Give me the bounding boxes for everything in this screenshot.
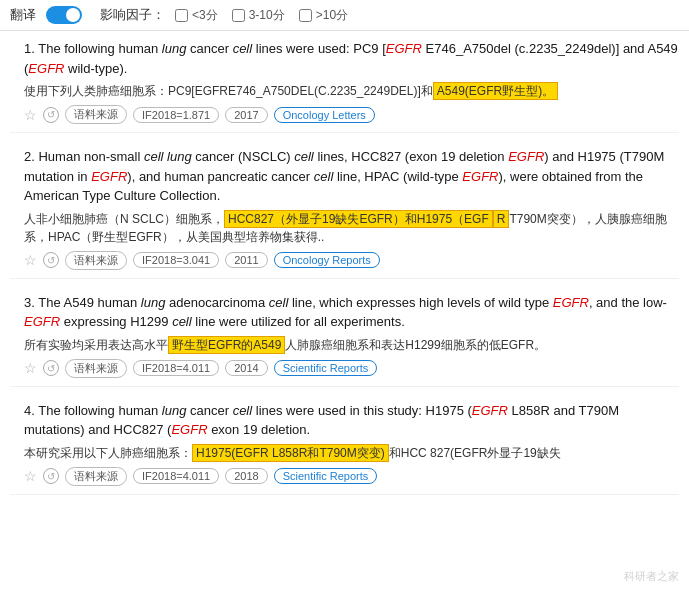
if-badge-2[interactable]: IF2018=3.041 (133, 252, 219, 268)
result-item-1: 1. The following human lung cancer cell … (10, 39, 679, 133)
impact-factor-label: 影响因子： (100, 6, 165, 24)
result-item-3: 3. The A549 human lung adenocarcinoma ce… (10, 293, 679, 387)
egfr-gene-3b: EGFR (24, 314, 60, 329)
result-3-en: 3. The A549 human lung adenocarcinoma ce… (10, 293, 679, 332)
checkbox-3-10-input[interactable] (232, 9, 245, 22)
checkbox-gt-10-input[interactable] (299, 9, 312, 22)
if-badge-4[interactable]: IF2018=4.011 (133, 468, 219, 484)
results-list: 1. The following human lung cancer cell … (0, 31, 689, 519)
checkbox-less-3-input[interactable] (175, 9, 188, 22)
source-badge-1[interactable]: 语料来源 (65, 105, 127, 124)
result-4-number: 4. (24, 403, 38, 418)
result-item-4: 4. The following human lung cancer cell … (10, 401, 679, 495)
result-4-en: 4. The following human lung cancer cell … (10, 401, 679, 440)
translate-toggle[interactable] (46, 6, 82, 24)
cell-italic-3b: cell (172, 314, 192, 329)
result-2-cn: 人非小细胞肺癌（N SCLC）细胞系，HCC827（外显子19缺失EGFR）和H… (10, 210, 679, 246)
cell-italic-3: cell (269, 295, 289, 310)
lung-italic-1: lung (162, 41, 187, 56)
cell-italic-4: cell (233, 403, 253, 418)
checkbox-3-10-label: 3-10分 (249, 7, 285, 24)
cell-lung-italic-2: cell lung (144, 149, 192, 164)
cell-italic-2b: cell (314, 169, 334, 184)
checkbox-gt-10-label: >10分 (316, 7, 348, 24)
result-1-cn-before: 使用下列人类肺癌细胞系：PC9[EGFRE746_A750DEL(C.2235_… (24, 84, 433, 98)
journal-badge-4[interactable]: Scientific Reports (274, 468, 378, 484)
star-icon-1[interactable]: ☆ (24, 107, 37, 123)
source-badge-4[interactable]: 语料来源 (65, 467, 127, 486)
result-4-cn-highlight: H1975(EGFR L858R和T790M突变) (192, 444, 389, 462)
toolbar: 翻译 影响因子： <3分 3-10分 >10分 (0, 0, 689, 31)
cell-italic-2: cell (294, 149, 314, 164)
result-1-number: 1. (24, 41, 38, 56)
egfr-gene-3a: EGFR (553, 295, 589, 310)
translate-label: 翻译 (10, 6, 36, 24)
result-3-number: 3. (24, 295, 38, 310)
year-badge-1[interactable]: 2017 (225, 107, 267, 123)
star-icon-3[interactable]: ☆ (24, 360, 37, 376)
result-2-cn-before: 人非小细胞肺癌（N SCLC）细胞系， (24, 212, 224, 226)
egf-gene-2a: EGF (508, 149, 535, 164)
result-item-2: 2. Human non-small cell lung cancer (NSC… (10, 147, 679, 279)
result-1-cn-highlight: A549(EGFR野生型)。 (433, 82, 558, 100)
result-3-meta: ☆ ↺ 语料来源 IF2018=4.011 2014 Scientific Re… (10, 359, 679, 378)
year-badge-3[interactable]: 2014 (225, 360, 267, 376)
egfr-gene-2c: EGFR (462, 169, 498, 184)
year-badge-4[interactable]: 2018 (225, 468, 267, 484)
journal-badge-1[interactable]: Oncology Letters (274, 107, 375, 123)
lung-italic-4: lung (162, 403, 187, 418)
result-2-cn-highlight2: R (493, 210, 510, 228)
if-badge-3[interactable]: IF2018=4.011 (133, 360, 219, 376)
egfr-gene-4b: EGFR (171, 422, 207, 437)
r-gene-2a: R (535, 149, 544, 164)
egfr-gene-1b: EGFR (28, 61, 64, 76)
result-4-cn: 本研究采用以下人肺癌细胞系：H1975(EGFR L858R和T790M突变)和… (10, 444, 679, 462)
result-2-meta: ☆ ↺ 语料来源 IF2018=3.041 2011 Oncology Repo… (10, 251, 679, 270)
checkbox-gt-10[interactable]: >10分 (299, 7, 348, 24)
result-1-cn: 使用下列人类肺癌细胞系：PC9[EGFRE746_A750DEL(C.2235_… (10, 82, 679, 100)
circle-icon-3[interactable]: ↺ (43, 360, 59, 376)
result-3-cn: 所有实验均采用表达高水平野生型EGFR的A549人肺腺癌细胞系和表达H1299细… (10, 336, 679, 354)
source-badge-2[interactable]: 语料来源 (65, 251, 127, 270)
result-1-meta: ☆ ↺ 语料来源 IF2018=1.871 2017 Oncology Lett… (10, 105, 679, 124)
result-2-en: 2. Human non-small cell lung cancer (NSC… (10, 147, 679, 206)
source-badge-3[interactable]: 语料来源 (65, 359, 127, 378)
star-icon-2[interactable]: ☆ (24, 252, 37, 268)
egfr-gene-2b: EGFR (91, 169, 127, 184)
circle-icon-1[interactable]: ↺ (43, 107, 59, 123)
impact-checkboxes: <3分 3-10分 >10分 (175, 7, 348, 24)
result-3-cn-before: 所有实验均采用表达高水平 (24, 338, 168, 352)
watermark: 科研者之家 (624, 569, 679, 584)
journal-badge-3[interactable]: Scientific Reports (274, 360, 378, 376)
checkbox-3-10[interactable]: 3-10分 (232, 7, 285, 24)
lung-italic-3: lung (141, 295, 166, 310)
if-badge-1[interactable]: IF2018=1.871 (133, 107, 219, 123)
result-3-cn-highlight: 野生型EGFR的A549 (168, 336, 285, 354)
circle-icon-4[interactable]: ↺ (43, 468, 59, 484)
result-2-number: 2. (24, 149, 38, 164)
result-3-cn-after: 人肺腺癌细胞系和表达H1299细胞系的低EGFR。 (285, 338, 546, 352)
year-badge-2[interactable]: 2011 (225, 252, 267, 268)
circle-icon-2[interactable]: ↺ (43, 252, 59, 268)
result-1-en: 1. The following human lung cancer cell … (10, 39, 679, 78)
journal-badge-2[interactable]: Oncology Reports (274, 252, 380, 268)
result-4-cn-before: 本研究采用以下人肺癌细胞系： (24, 446, 192, 460)
checkbox-less-3-label: <3分 (192, 7, 218, 24)
result-4-cn-after: 和HCC 827(EGFR外显子19缺失 (389, 446, 561, 460)
cell-italic-1: cell (233, 41, 253, 56)
checkbox-less-3[interactable]: <3分 (175, 7, 218, 24)
egfr-gene-1a: EGFR (386, 41, 422, 56)
star-icon-4[interactable]: ☆ (24, 468, 37, 484)
result-4-meta: ☆ ↺ 语料来源 IF2018=4.011 2018 Scientific Re… (10, 467, 679, 486)
egfr-gene-4a: EGFR (472, 403, 508, 418)
result-2-cn-highlight1: HCC827（外显子19缺失EGFR）和H1975（EGF (224, 210, 493, 228)
